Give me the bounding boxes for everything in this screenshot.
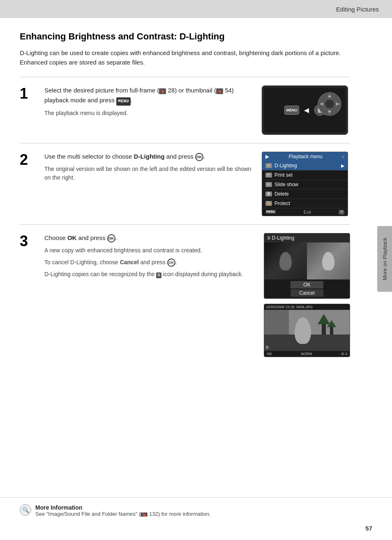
camera-image: MENU ◄ 🗑: [262, 85, 348, 135]
playback-menu: ▶ Playback menu ≡ D D-Lighting ▶ P Print…: [262, 152, 348, 216]
arrow-right-icon: ◄: [302, 106, 311, 115]
svg-rect-12: [330, 326, 333, 335]
step-3: 3 Choose OK and press OK. A new copy wit…: [20, 224, 350, 365]
dlighting-button-area: OK Cancel: [264, 279, 350, 298]
photo-result-header: 15/05/2008 15:30 0004.JPG: [264, 304, 350, 310]
menu-item-printset-label: Print set: [274, 172, 293, 178]
more-info-bold: More Information: [35, 504, 82, 511]
step-2-note: The original version will be shown on th…: [44, 165, 251, 182]
svg-rect-8: [264, 310, 289, 335]
scroll-indicator: ≡: [342, 155, 344, 159]
help-icon: ?: [339, 210, 344, 215]
slideshow-icon: S: [265, 182, 272, 187]
photo-counter: 4/ 4: [341, 352, 347, 356]
ok-indicator: OK: [267, 352, 272, 356]
photo-result-footer: OK NORM 4/ 4: [264, 351, 350, 357]
sidebar-tab-label: More on Playback: [382, 238, 388, 280]
dlighting-images: [264, 242, 350, 279]
step-1-content: Select the desired picture from full-fra…: [44, 85, 251, 135]
menu-key-footer: MENU: [265, 210, 276, 214]
ref-icon-1: 🔖: [159, 88, 166, 94]
menu-item-dlighting-label: D-Lighting: [274, 163, 297, 168]
dlighting-preview-header: D D-Lighting: [264, 233, 350, 242]
dlighting-overlay-icon: D: [266, 345, 269, 349]
menu-button-visual: MENU: [284, 106, 299, 115]
step-3-note-2: To cancel D-Lighting, choose Cancel and …: [44, 258, 256, 267]
menu-key-label: MENU: [116, 97, 130, 106]
svg-point-1: [325, 99, 334, 109]
dlighting-ok-btn[interactable]: OK: [291, 281, 323, 288]
protect-icon: 🔒: [265, 201, 272, 206]
photo-quality: NORM: [301, 352, 312, 356]
step-3-note-1: A new copy with enhanced brightness and …: [44, 246, 256, 255]
step-2: 2 Use the multi selector to choose D-Lig…: [20, 143, 350, 224]
step-3-instruction: Choose OK and press OK.: [44, 233, 256, 243]
sidebar-tab: More on Playback: [377, 226, 392, 292]
page-title: Enhancing Brightness and Contrast: D-Lig…: [20, 31, 350, 42]
ref-icon-2: 🔖: [216, 88, 223, 94]
menu-item-slideshow: S Slide show: [262, 180, 348, 189]
dlighting-img-after: [307, 242, 350, 279]
main-content: Enhancing Brightness and Contrast: D-Lig…: [0, 18, 370, 378]
menu-item-protect-label: Protect: [274, 201, 290, 206]
page-number: 57: [365, 525, 372, 532]
footer-ref-num: 132: [149, 511, 158, 517]
more-info-section: 🔍 More Information See "Image/Sound File…: [20, 504, 372, 517]
footer-ref-icon: 🔖: [141, 512, 148, 517]
ok-circle-step3: OK: [107, 234, 115, 242]
step-2-number: 2: [20, 152, 36, 216]
page-header-title: Editing Pictures: [336, 6, 379, 13]
menu-item-protect: 🔒 Protect: [262, 199, 348, 208]
menu-item-delete-label: Delete: [274, 191, 289, 197]
dlighting-preview-icon: D: [267, 236, 270, 240]
photo-filename: 0004.JPG: [296, 305, 313, 309]
page-footer: 🔍 More Information See "Image/Sound File…: [0, 497, 392, 520]
ok-circle-step2: OK: [195, 153, 203, 161]
step-3-content: Choose OK and press OK. A new copy with …: [44, 233, 256, 280]
dlighting-preview-title: D-Lighting: [272, 235, 295, 241]
playback-header-icon: ▶: [265, 154, 269, 159]
menu-item-dlighting: D D-Lighting ▶: [262, 161, 348, 171]
step-3-number: 3: [20, 233, 36, 249]
menu-item-printset: P Print set: [262, 171, 348, 180]
photo-result-image: D: [264, 310, 350, 351]
step-1-instruction: Select the desired picture from full-fra…: [44, 85, 251, 106]
face-after: [322, 252, 334, 270]
menu-arrow-icon: ▶: [341, 163, 344, 168]
step-3-images: D D-Lighting OK Cancel: [264, 233, 350, 357]
photo-timestamp: 15/05/2008 15:30: [266, 305, 295, 309]
step-2-image: ▶ Playback menu ≡ D D-Lighting ▶ P Print…: [260, 152, 350, 216]
step-2-content: Use the multi selector to choose D-Light…: [44, 152, 251, 216]
dlighting-preview: D D-Lighting OK Cancel: [264, 233, 350, 299]
playback-menu-footer: MENU Exit ?: [262, 208, 348, 216]
ok-circle-cancel: OK: [167, 258, 175, 267]
step-2-instruction: Use the multi selector to choose D-Light…: [44, 152, 251, 162]
more-info-title: More Information: [35, 504, 211, 511]
step-1-number: 1: [20, 85, 36, 135]
more-info-subtext: See "Image/Sound File and Folder Names" …: [35, 511, 211, 517]
dlighting-copy-icon: D: [156, 272, 161, 278]
dlighting-img-before: [264, 242, 307, 279]
exit-label: Exit: [304, 210, 311, 215]
step-1-note: The playback menu is displayed.: [44, 109, 251, 118]
menu-item-slideshow-label: Slide show: [274, 182, 298, 187]
intro-text: D-Lighting can be used to create copies …: [20, 48, 350, 67]
scroll-wheel-icon: [317, 92, 342, 116]
more-info-icon: 🔍: [20, 504, 31, 516]
header-bar: Editing Pictures: [0, 0, 392, 18]
photo-result: 15/05/2008 15:30 0004.JPG: [264, 304, 350, 357]
face-before: [279, 252, 292, 270]
menu-item-delete: 🗑 Delete: [262, 189, 348, 199]
step-1-image: MENU ◄ 🗑: [260, 85, 350, 135]
dlighting-cancel-btn[interactable]: Cancel: [291, 289, 323, 297]
step-3-note-3: D-Lighting copies can be recognized by t…: [44, 270, 256, 279]
printset-icon: P: [265, 173, 272, 178]
playback-header-label: Playback menu: [289, 154, 323, 159]
dlighting-icon: D: [265, 163, 272, 168]
camera-body: MENU ◄ 🗑: [264, 88, 346, 133]
playback-menu-header: ▶ Playback menu ≡: [262, 152, 348, 161]
step-3-note: A new copy with enhanced brightness and …: [44, 246, 256, 279]
step-1: 1 Select the desired picture from full-f…: [20, 77, 350, 143]
delete-icon: 🗑: [265, 192, 272, 196]
